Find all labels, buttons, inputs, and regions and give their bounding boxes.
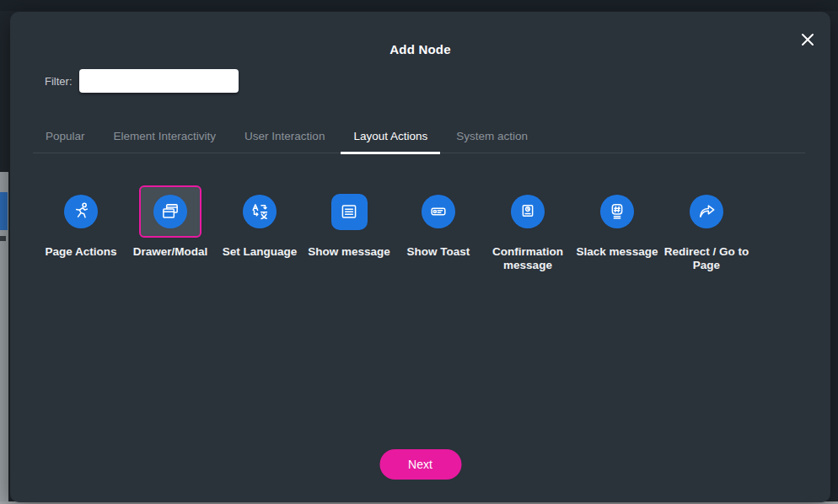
close-icon	[799, 31, 816, 48]
filter-row: Filter:	[45, 69, 239, 93]
action-label: Set Language	[223, 245, 298, 259]
action-label: Show message	[308, 245, 390, 259]
action-label: Redirect / Go to Page	[663, 245, 750, 272]
background-sidebar-item	[0, 192, 8, 230]
action-label: Show Toast	[407, 245, 470, 259]
redirect-arrow-icon	[690, 195, 723, 228]
action-tile-show-message[interactable]: Show message	[304, 185, 394, 272]
action-tile-drawer-modal[interactable]: Drawer/Modal	[126, 185, 215, 272]
action-label: Slack message	[577, 245, 658, 259]
action-tile-show-toast[interactable]: Show Toast	[394, 185, 483, 272]
action-tile-set-language[interactable]: Set Language	[215, 185, 304, 272]
tab-system-action[interactable]: System action	[443, 121, 540, 154]
action-tile-page-actions[interactable]: Page Actions	[36, 185, 126, 272]
modal-title: Add Node	[10, 42, 830, 56]
filter-label: Filter:	[45, 75, 73, 88]
page-backdrop: { "modal": { "title": "Add Node" }, "fil…	[0, 0, 838, 504]
next-button[interactable]: Next	[379, 449, 461, 480]
window-stack-icon	[153, 195, 187, 228]
action-label: Confirmation message	[484, 245, 572, 272]
action-tile-confirmation-message[interactable]: Confirmation message	[483, 185, 572, 272]
tab-user-interaction[interactable]: User Interaction	[232, 121, 337, 154]
action-grid: Page Actions Drawer/Modal	[36, 185, 751, 272]
background-left-tick	[0, 236, 6, 241]
translate-icon	[243, 195, 277, 228]
tab-element-interactivity[interactable]: Element Interactivity	[101, 121, 229, 154]
close-button[interactable]	[795, 27, 820, 52]
runner-icon	[64, 195, 98, 228]
filter-input[interactable]	[79, 69, 239, 93]
confirmation-doc-icon	[511, 195, 545, 228]
background-top-bar	[0, 0, 838, 11]
tab-popular[interactable]: Popular	[33, 121, 98, 154]
message-lines-icon	[331, 194, 368, 230]
action-label: Drawer/Modal	[133, 245, 208, 259]
action-tile-redirect-go-to-page[interactable]: Redirect / Go to Page	[662, 185, 751, 272]
action-tile-slack-message[interactable]: Slack message	[572, 185, 662, 272]
tab-bar: Popular Element Interactivity User Inter…	[33, 121, 805, 153]
slack-hash-icon	[600, 195, 634, 228]
toast-icon	[422, 195, 455, 228]
tab-layout-actions[interactable]: Layout Actions	[341, 121, 440, 154]
add-node-modal: Add Node Filter: Popular Element Interac…	[10, 12, 830, 502]
action-label: Page Actions	[45, 245, 116, 259]
